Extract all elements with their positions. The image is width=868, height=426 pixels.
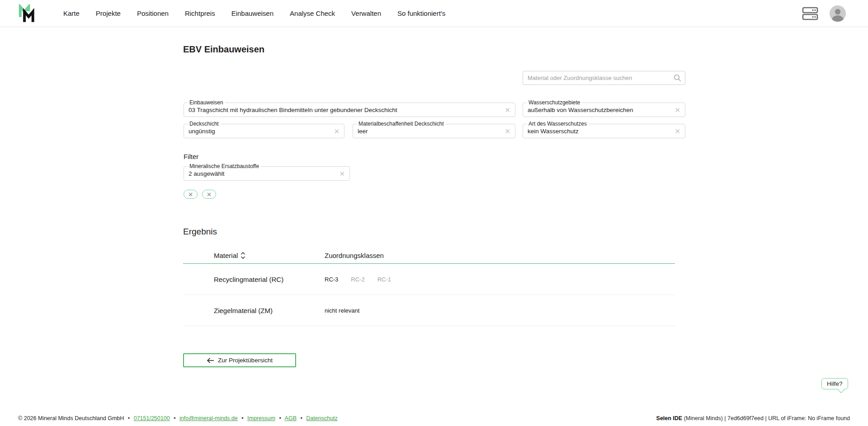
field-label: Materialbeschaffenheit Deckschicht bbox=[357, 121, 446, 127]
clear-icon[interactable]: ✕ bbox=[671, 128, 680, 135]
page-canvas: Karte Projekte Positionen Richtpreis Ein… bbox=[0, 0, 868, 426]
help-button[interactable]: Hilfe? bbox=[821, 378, 848, 389]
class-badge: nicht relevant bbox=[325, 307, 359, 314]
nav-item-einbauweisen[interactable]: Einbauweisen bbox=[231, 9, 274, 17]
nav-item-verwalten[interactable]: Verwalten bbox=[351, 9, 381, 17]
nav-item-analyse-check[interactable]: Analyse Check bbox=[290, 9, 335, 17]
footer-link-email[interactable]: info@mineral-minds.de bbox=[179, 415, 238, 421]
topbar-icons bbox=[802, 0, 846, 27]
mineral-minds-logo-icon[interactable] bbox=[17, 4, 37, 24]
clear-icon[interactable]: ✕ bbox=[501, 128, 510, 135]
field-art-des-wasserschutzes[interactable]: Art des Wasserschutzes kein Wasserschutz… bbox=[523, 121, 685, 138]
results-table: Material Zuordnungsklassen Recyclingmate… bbox=[183, 248, 675, 326]
results-heading: Ergebnis bbox=[183, 227, 217, 237]
footer-ide-label: Selen IDE bbox=[656, 415, 683, 421]
field-label: Mineralische Ersatzbaustoffe bbox=[188, 164, 261, 170]
filter-heading: Filter bbox=[184, 153, 198, 160]
nav-item-richtpreis[interactable]: Richtpreis bbox=[185, 9, 215, 17]
column-header-zuordnungsklassen: Zuordnungsklassen bbox=[325, 252, 675, 259]
field-value: 2 ausgewählt bbox=[189, 170, 225, 177]
field-value: kein Wasserschutz bbox=[528, 128, 579, 135]
classes-cell: RC-3 RC-2 RC-1 bbox=[325, 276, 675, 283]
footer-separator: • bbox=[174, 415, 175, 421]
close-icon bbox=[207, 192, 211, 197]
clear-icon[interactable]: ✕ bbox=[671, 107, 680, 113]
nav-item-so-funktionierts[interactable]: So funktioniert's bbox=[397, 9, 445, 17]
clear-icon[interactable]: ✕ bbox=[501, 107, 510, 113]
table-row[interactable]: Ziegelmaterial (ZM) nicht relevant bbox=[183, 295, 675, 326]
main-nav: Karte Projekte Positionen Richtpreis Ein… bbox=[63, 9, 445, 17]
footer-link-agb[interactable]: AGB bbox=[285, 415, 297, 421]
field-label: Einbauweisen bbox=[188, 100, 225, 106]
table-row[interactable]: Recyclingmaterial (RC) RC-3 RC-2 RC-1 bbox=[183, 264, 675, 295]
page-title: EBV Einbauweisen bbox=[183, 44, 264, 55]
clear-icon[interactable]: ✕ bbox=[330, 128, 340, 135]
table-header-row: Material Zuordnungsklassen bbox=[183, 248, 675, 264]
field-einbauweisen[interactable]: Einbauweisen 03 Tragschicht mit hydrauli… bbox=[184, 100, 515, 117]
footer-separator: • bbox=[241, 415, 243, 421]
footer-link-impressum[interactable]: Impressum bbox=[247, 415, 275, 421]
footer-link-phone[interactable]: 07151/250100 bbox=[134, 415, 170, 421]
field-materialbeschaffenheit-deckschicht[interactable]: Materialbeschaffenheit Deckschicht leer … bbox=[353, 121, 515, 138]
back-button-label: Zur Projektübersicht bbox=[218, 357, 273, 364]
server-status-icon[interactable] bbox=[802, 7, 818, 20]
footer-left: © 2026 Mineral Minds Deutschland GmbH • … bbox=[18, 415, 338, 421]
column-header-label: Material bbox=[214, 252, 238, 259]
sort-icon[interactable] bbox=[241, 252, 245, 259]
clear-icon[interactable]: ✕ bbox=[335, 170, 345, 177]
nav-item-projekte[interactable]: Projekte bbox=[96, 9, 121, 17]
field-wasserschutzgebiete[interactable]: Wasserschutzgebiete außerhalb von Wasser… bbox=[523, 100, 685, 117]
field-label: Deckschicht bbox=[188, 121, 221, 127]
field-label: Art des Wasserschutzes bbox=[527, 121, 589, 127]
field-value: 03 Tragschicht mit hydraulischen Bindemi… bbox=[189, 107, 397, 113]
classes-cell: nicht relevant bbox=[325, 307, 675, 314]
material-cell: Recyclingmaterial (RC) bbox=[214, 276, 325, 283]
filter-chips bbox=[184, 190, 216, 199]
footer-ide-detail: (Mineral Minds) | 7ed6d69f7eed | URL of … bbox=[682, 415, 850, 421]
filter-chip[interactable] bbox=[184, 190, 198, 199]
class-badge: RC-1 bbox=[377, 276, 391, 283]
close-icon bbox=[189, 192, 193, 197]
field-label: Wasserschutzgebiete bbox=[527, 100, 582, 106]
material-cell: Ziegelmaterial (ZM) bbox=[214, 307, 325, 314]
field-value: leer bbox=[358, 128, 368, 135]
footer-link-datenschutz[interactable]: Datenschutz bbox=[306, 415, 337, 421]
field-value: ungünstig bbox=[189, 128, 215, 135]
footer-separator: • bbox=[128, 415, 130, 421]
search-box bbox=[523, 71, 685, 85]
nav-item-positionen[interactable]: Positionen bbox=[137, 9, 169, 17]
arrow-left-icon bbox=[207, 357, 214, 364]
footer-separator: • bbox=[300, 415, 302, 421]
back-to-project-overview-button[interactable]: Zur Projektübersicht bbox=[183, 353, 296, 367]
search-input[interactable] bbox=[528, 75, 674, 81]
footer-separator: • bbox=[279, 415, 281, 421]
column-header-material[interactable]: Material bbox=[214, 252, 325, 259]
nav-item-karte[interactable]: Karte bbox=[63, 9, 80, 17]
field-mineralische-ersatzbaustoffe[interactable]: Mineralische Ersatzbaustoffe 2 ausgewähl… bbox=[184, 164, 350, 181]
top-navigation-bar: Karte Projekte Positionen Richtpreis Ein… bbox=[0, 0, 868, 27]
filter-chip[interactable] bbox=[202, 190, 216, 199]
class-badge: RC-2 bbox=[351, 276, 364, 283]
search-icon[interactable] bbox=[674, 74, 681, 82]
user-avatar-icon[interactable] bbox=[829, 5, 846, 22]
help-button-label: Hilfe? bbox=[827, 380, 843, 387]
footer-copyright: © 2026 Mineral Minds Deutschland GmbH bbox=[18, 415, 124, 421]
field-value: außerhalb von Wasserschutzbereichen bbox=[528, 107, 633, 113]
field-deckschicht[interactable]: Deckschicht ungünstig ✕ bbox=[184, 121, 344, 138]
footer-debug-info: Selen IDE (Mineral Minds) | 7ed6d69f7eed… bbox=[656, 415, 850, 421]
class-badge: RC-3 bbox=[325, 276, 338, 283]
